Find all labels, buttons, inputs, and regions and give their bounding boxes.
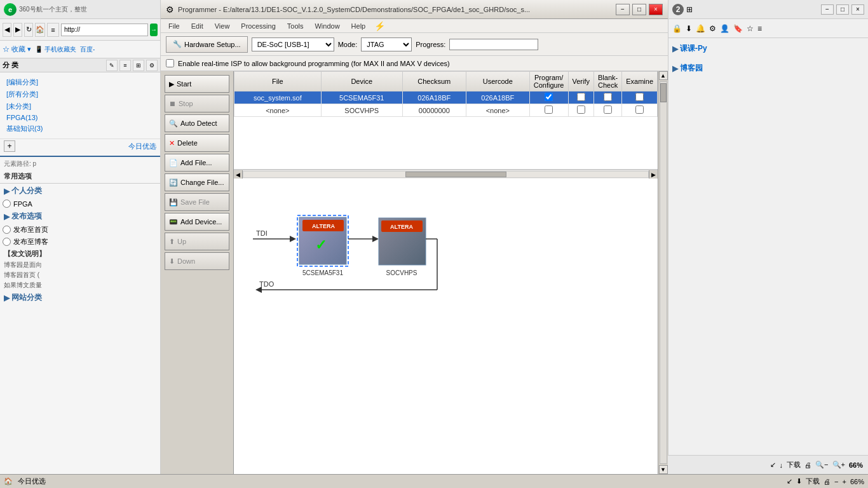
search-go-button[interactable]: → [150, 24, 158, 36]
keke-section-title[interactable]: ▶ 课课-Py [672, 42, 864, 55]
hardware-setup-button[interactable]: 🔧 Hardware Setup... [166, 36, 248, 53]
toolbar-icon-8[interactable]: ≡ [757, 24, 762, 33]
status-download-icon[interactable]: ↙ [787, 477, 792, 485]
close-button[interactable]: × [649, 4, 663, 15]
back-button[interactable]: ◀ [3, 23, 11, 37]
edit-icon[interactable]: ✎ [106, 60, 118, 71]
program-checkbox-2[interactable] [545, 105, 553, 114]
menu-help[interactable]: Help [346, 21, 371, 31]
sidebar-uncategorized[interactable]: [未分类] [4, 100, 156, 112]
bottom-icon-1[interactable]: ↙ [770, 461, 776, 469]
page-button[interactable]: ≡ [47, 23, 59, 37]
scroll-left-btn[interactable]: ◀ [234, 170, 243, 179]
sidebar-all-category[interactable]: [所有分类] [4, 88, 156, 100]
window-tile-icon[interactable]: ⊞ [686, 5, 693, 14]
minimize-button[interactable]: − [616, 4, 630, 15]
verify-checkbox-2[interactable] [577, 105, 585, 114]
examine-checkbox-1[interactable] [635, 93, 644, 101]
right-minimize-btn[interactable]: − [821, 4, 834, 15]
table-row[interactable]: soc_system.sof 5CSEMA5F31 026A18BF 026A1… [234, 92, 658, 104]
publish-blog-radio[interactable] [3, 238, 11, 246]
menu-tools[interactable]: Tools [282, 21, 309, 31]
start-button[interactable]: ▶ Start [165, 75, 229, 93]
blank-checkbox-2[interactable] [604, 105, 612, 114]
scroll-up-btn[interactable]: ▲ [659, 71, 668, 80]
status-print-icon[interactable]: 🖨 [824, 478, 831, 485]
personal-category-section[interactable]: ▶ 个人分类 [0, 184, 160, 198]
blank-checkbox-1[interactable] [604, 93, 612, 101]
publish-section[interactable]: ▶ 发布选项 [0, 209, 160, 224]
zoom-in-icon[interactable]: 🔍+ [832, 461, 845, 469]
scroll-thumb[interactable] [405, 172, 506, 177]
program-checkbox-1[interactable] [545, 93, 553, 101]
delete-button[interactable]: ✕ Delete [165, 134, 229, 152]
scroll-right-btn[interactable]: ▶ [649, 170, 658, 179]
status-zoom-in[interactable]: + [843, 478, 846, 485]
help-icon[interactable]: ⚡ [374, 21, 385, 31]
refresh-button[interactable]: ↻ [24, 23, 33, 37]
sidebar-basics[interactable]: 基础知识(3) [4, 123, 156, 135]
add-button[interactable]: + [4, 140, 15, 152]
menu-edit[interactable]: Edit [186, 21, 208, 31]
horizontal-scrollbar[interactable]: ◀ ▶ [234, 170, 658, 179]
baidu-btn[interactable]: 百度- [80, 45, 95, 54]
status-dl-icon[interactable]: ⬇ [796, 477, 802, 485]
verify-checkbox-1[interactable] [577, 93, 585, 101]
right-restore-btn[interactable]: □ [836, 4, 849, 15]
device-select[interactable]: DE-SoC [USB-1] [252, 37, 334, 51]
up-button[interactable]: ⬆ Up [165, 233, 229, 250]
print-icon[interactable]: 🖨 [804, 461, 811, 469]
toolbar-icon-3[interactable]: 🔔 [696, 24, 705, 33]
toolbar-icon-5[interactable]: 👤 [720, 24, 729, 33]
home-button[interactable]: 🏠 [35, 23, 45, 37]
sidebar-edit-category[interactable]: [编辑分类] [4, 76, 156, 88]
scroll-down-btn[interactable]: ▼ [659, 465, 668, 474]
forward-button[interactable]: ▶ [13, 23, 22, 37]
save-file-button[interactable]: 💾 Save File [165, 193, 229, 211]
add-device-button[interactable]: 📟 Add Device... [165, 213, 229, 231]
change-file-button[interactable]: 🔄 Change File... [165, 173, 229, 191]
right-close-btn[interactable]: × [851, 4, 864, 15]
grid-icon[interactable]: ⊞ [133, 60, 144, 71]
menu-view[interactable]: View [210, 21, 235, 31]
cell-verify-1 [568, 92, 594, 104]
mode-select[interactable]: JTAG [361, 37, 412, 51]
menu-window[interactable]: Window [309, 21, 344, 31]
website-section[interactable]: ▶ 网站分类 [0, 290, 160, 305]
address-input[interactable] [61, 24, 148, 36]
boke-section-title[interactable]: ▶ 博客园 [672, 62, 864, 75]
download-label[interactable]: 下载 [787, 460, 801, 470]
scroll-v-thumb[interactable] [660, 83, 667, 102]
toolbar-icon-2[interactable]: ⬇ [686, 24, 692, 33]
menu-bar: File Edit View Processing Tools Window H… [161, 19, 668, 33]
auto-detect-button[interactable]: 🔍 Auto Detect [165, 114, 229, 132]
toolbar-icon-7[interactable]: ☆ [747, 24, 754, 33]
sidebar-fpga[interactable]: FPGA(13) [4, 112, 156, 123]
toolbar-icon-1[interactable]: 🔒 [672, 24, 682, 33]
status-zoom-out[interactable]: − [834, 478, 838, 485]
today-picks-label[interactable]: 今日优选 [128, 142, 156, 151]
examine-checkbox-2[interactable] [635, 105, 644, 114]
isp-checkbox[interactable] [166, 59, 174, 67]
download-icon[interactable]: ↓ [780, 461, 783, 469]
add-file-button[interactable]: 📄 Add File... [165, 154, 229, 172]
change-file-icon: 🔄 [169, 179, 178, 187]
mobile-favorites-btn[interactable]: 📱 手机收藏夹 [35, 45, 76, 54]
down-button[interactable]: ⬇ Down [165, 252, 229, 270]
fpga-radio[interactable] [3, 200, 11, 208]
toolbar-icon-6[interactable]: 🔖 [733, 24, 743, 33]
zoom-out-icon[interactable]: 🔍− [815, 461, 828, 469]
favorites-btn[interactable]: ☆ 收藏 ▾ [3, 44, 31, 54]
vertical-scrollbar[interactable]: ▲ ▼ [658, 71, 668, 474]
menu-processing[interactable]: Processing [236, 21, 280, 31]
list-icon[interactable]: ≡ [119, 60, 131, 71]
maximize-button[interactable]: □ [632, 4, 646, 15]
publish-text2: 博客园首页 ( [0, 270, 160, 280]
table-row[interactable]: <none> SOCVHPS 00000000 <none> [234, 104, 658, 117]
menu-file[interactable]: File [163, 21, 185, 31]
toolbar-icon-4[interactable]: ⚙ [709, 24, 716, 33]
publish-front-radio[interactable] [3, 226, 11, 234]
right-status-bar: ↙ ⬇ 下载 🖨 − + 66% [668, 474, 868, 488]
settings-icon[interactable]: ⚙ [146, 60, 158, 71]
stop-button[interactable]: ⏹ Stop [165, 95, 229, 112]
